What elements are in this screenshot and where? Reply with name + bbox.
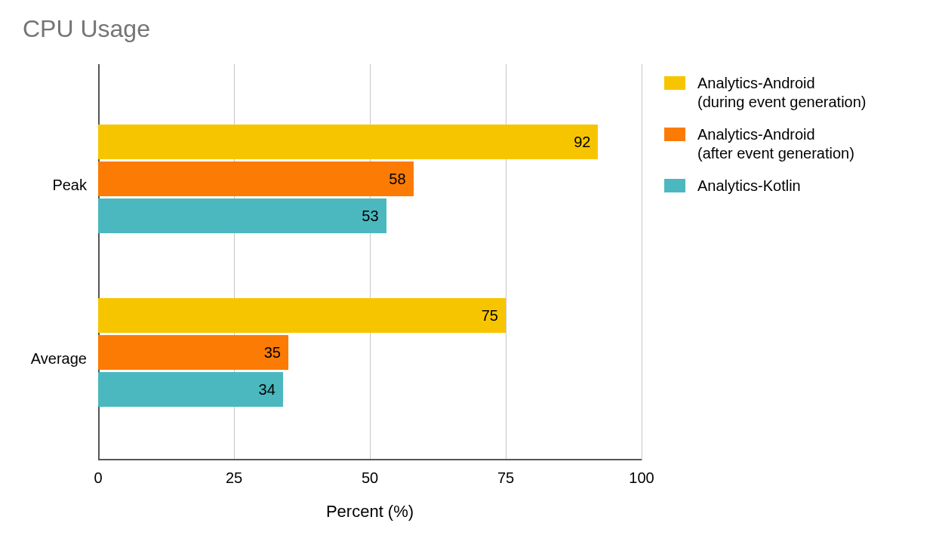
bar-peak-during: 92 [98, 125, 598, 159]
bar-value-label: 34 [259, 381, 276, 398]
legend-label: Analytics-Android(during event generatio… [697, 74, 866, 112]
legend-swatch [664, 179, 685, 192]
bar-average-after: 35 [98, 335, 288, 370]
chart-container: CPU Usage Peak 92 58 53 Average [0, 0, 939, 560]
bar-average-kotlin: 34 [98, 372, 283, 407]
gridline [642, 64, 642, 460]
x-tick-label: 75 [497, 469, 514, 487]
legend: Analytics-Android(during event generatio… [664, 74, 921, 209]
legend-label: Analytics-Android(after event generation… [697, 125, 854, 163]
bar-group-peak: Peak 92 58 53 [98, 125, 642, 245]
bar-peak-kotlin: 53 [98, 198, 386, 233]
bar-group-average: Average 75 35 34 [98, 298, 642, 419]
legend-swatch [664, 76, 685, 90]
bar-average-during: 75 [98, 298, 506, 333]
x-tick-label: 0 [94, 469, 102, 487]
x-axis-line [98, 459, 642, 460]
bar-value-label: 75 [482, 307, 498, 325]
bar-value-label: 35 [264, 344, 281, 362]
plot-area: Peak 92 58 53 Average 75 35 34 [98, 64, 642, 460]
chart-title: CPU Usage [23, 15, 150, 43]
bar-value-label: 92 [574, 134, 590, 151]
legend-item: Analytics-Android(during event generatio… [664, 74, 921, 112]
y-category-label: Peak [52, 177, 87, 194]
y-category-label: Average [31, 350, 87, 368]
legend-item: Analytics-Kotlin [664, 177, 921, 195]
legend-item: Analytics-Android(after event generation… [664, 125, 921, 163]
x-tick-label: 100 [629, 469, 654, 487]
x-tick-label: 25 [226, 469, 242, 487]
bar-peak-after: 58 [98, 162, 414, 196]
bar-value-label: 58 [389, 171, 405, 188]
x-tick-label: 50 [362, 469, 378, 487]
legend-swatch [664, 128, 685, 141]
bar-value-label: 53 [362, 208, 378, 225]
legend-label: Analytics-Kotlin [697, 177, 801, 195]
x-axis-title: Percent (%) [326, 502, 414, 522]
